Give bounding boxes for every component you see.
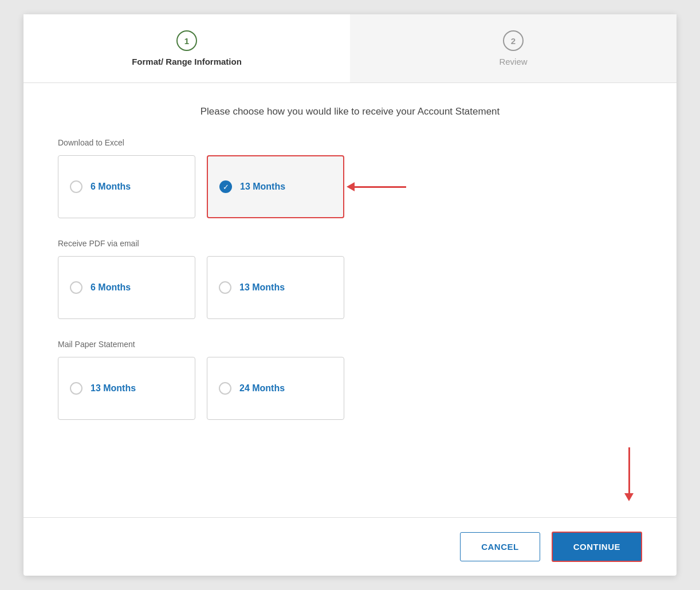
option-pdf-6months-label: 6 Months (91, 282, 131, 293)
arrow-line-h (355, 186, 406, 188)
radio-excel-6months (70, 180, 82, 193)
cancel-button[interactable]: CANCEL (460, 532, 540, 561)
step-1-label: Format/ Range Information (132, 57, 242, 66)
section-mail-label: Mail Paper Statement (58, 340, 642, 349)
option-mail-13months[interactable]: 13 Months (58, 357, 195, 420)
option-pdf-6months[interactable]: 6 Months (58, 256, 195, 319)
options-row-mail: 13 Months 24 Months (58, 357, 642, 420)
step-1: 1 Format/ Range Information (23, 14, 350, 82)
option-pdf-13months[interactable]: 13 Months (207, 256, 344, 319)
options-row-excel: 6 Months ✓ 13 Months (58, 155, 642, 218)
option-mail-24months[interactable]: 24 Months (207, 357, 344, 420)
step-2-circle: 2 (503, 30, 524, 51)
step-1-number: 1 (184, 36, 189, 46)
option-pdf-13months-label: 13 Months (239, 282, 285, 293)
step-2: 2 Review (350, 14, 677, 82)
option-excel-13months[interactable]: ✓ 13 Months (207, 155, 344, 218)
radio-mail-13months (70, 382, 82, 395)
step-2-number: 2 (511, 36, 516, 46)
instruction-text: Please choose how you would like to rece… (58, 106, 642, 117)
option-excel-6months[interactable]: 6 Months (58, 155, 195, 218)
radio-excel-13months: ✓ (219, 180, 232, 193)
stepper: 1 Format/ Range Information 2 Review (23, 14, 677, 83)
arrow-head-down (624, 493, 634, 501)
section-pdf: Receive PDF via email 6 Months 13 Months (58, 239, 642, 319)
radio-pdf-13months (219, 281, 231, 294)
step-2-label: Review (499, 57, 527, 66)
radio-pdf-6months (70, 281, 82, 294)
options-row-pdf: 6 Months 13 Months (58, 256, 642, 319)
option-mail-24months-label: 24 Months (239, 383, 285, 394)
section-mail: Mail Paper Statement 13 Months 24 Months (58, 340, 642, 420)
option-mail-13months-label: 13 Months (91, 383, 136, 394)
continue-button[interactable]: CONTINUE (552, 532, 642, 562)
annotation-arrow-down (624, 447, 634, 501)
radio-mail-24months (219, 382, 231, 395)
option-excel-6months-label: 6 Months (91, 182, 131, 192)
section-excel-label: Download to Excel (58, 138, 642, 147)
option-excel-13months-label: 13 Months (240, 182, 285, 192)
annotation-arrow-right (347, 182, 406, 191)
footer: CANCEL CONTINUE (23, 517, 677, 576)
arrow-head-left (347, 182, 355, 191)
modal-container: 1 Format/ Range Information 2 Review Ple… (23, 14, 677, 576)
section-pdf-label: Receive PDF via email (58, 239, 642, 248)
step-1-circle: 1 (176, 30, 197, 51)
arrow-line-v (628, 447, 630, 493)
content-area: Please choose how you would like to rece… (23, 83, 677, 517)
section-excel: Download to Excel 6 Months ✓ 13 Months (58, 138, 642, 218)
